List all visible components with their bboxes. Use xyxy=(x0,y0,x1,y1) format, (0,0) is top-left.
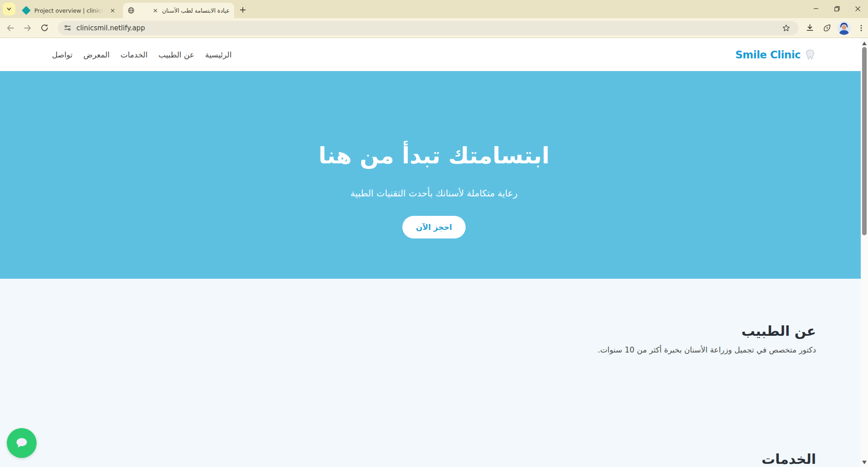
browser-toolbar: clinicsmil.netlify.app xyxy=(0,18,868,38)
close-window-button[interactable] xyxy=(847,0,868,17)
downloads-button[interactable] xyxy=(803,21,816,35)
profile-avatar[interactable] xyxy=(837,21,851,35)
about-doctor-heading: عن الطبيب xyxy=(598,323,816,339)
close-icon xyxy=(855,6,861,12)
back-button[interactable] xyxy=(4,21,17,35)
tab-strip: Project overview | clinicsmil | Ne × × ع… xyxy=(0,0,868,18)
star-icon xyxy=(782,24,791,33)
about-doctor-text: دكتور متخصص في تجميل وزراعة الأسنان بخبر… xyxy=(598,345,816,354)
nav-link-contact[interactable]: تواصل xyxy=(52,50,73,59)
performance-button[interactable] xyxy=(820,21,834,35)
download-icon xyxy=(805,23,815,33)
forward-button[interactable] xyxy=(21,21,34,35)
bookmark-button[interactable] xyxy=(779,21,793,35)
globe-icon xyxy=(127,7,135,14)
reload-icon xyxy=(40,24,49,32)
chat-floating-button[interactable] xyxy=(7,428,37,458)
menu-button[interactable] xyxy=(854,21,868,35)
page-viewport: الرئيسية عن الطبيب الخدمات المعرض تواصل … xyxy=(0,38,868,467)
forward-arrow-icon xyxy=(23,24,32,33)
scrollbar-down-arrow[interactable] xyxy=(862,461,867,464)
restore-button[interactable] xyxy=(826,0,847,17)
site-header: الرئيسية عن الطبيب الخدمات المعرض تواصل … xyxy=(0,38,868,71)
tooth-icon xyxy=(804,49,816,61)
tab-netlify-project[interactable]: Project overview | clinicsmil | Ne × xyxy=(17,3,121,18)
minimize-icon xyxy=(813,6,819,11)
reload-button[interactable] xyxy=(38,21,52,35)
avatar-person-icon xyxy=(837,21,851,35)
services-section: الخدمات xyxy=(762,451,816,467)
tab-clinic-site[interactable]: × عيادة الابتسامة لطب الأسنان xyxy=(123,3,234,18)
services-heading: الخدمات xyxy=(762,451,816,467)
close-icon[interactable]: × xyxy=(108,6,117,14)
book-now-button[interactable]: احجز الآن xyxy=(402,216,466,238)
nav-link-home[interactable]: الرئيسية xyxy=(205,50,232,59)
site-logo[interactable]: Smile Clinic xyxy=(736,49,816,61)
new-tab-button[interactable]: + xyxy=(237,4,249,15)
minimize-button[interactable] xyxy=(806,0,826,17)
nav-link-about-doctor[interactable]: عن الطبيب xyxy=(159,50,194,59)
tab-search-button[interactable] xyxy=(3,3,15,15)
restore-icon xyxy=(834,6,840,12)
leaf-bolt-icon xyxy=(822,23,832,33)
scrollbar-up-arrow[interactable] xyxy=(862,42,867,45)
url-text[interactable]: clinicsmil.netlify.app xyxy=(76,24,779,32)
netlify-diamond-icon xyxy=(22,6,31,15)
tab-title: عيادة الابتسامة لطب الأسنان xyxy=(162,7,230,14)
toolbar-actions xyxy=(803,21,868,35)
kebab-menu-icon xyxy=(857,24,865,32)
address-bar[interactable]: clinicsmil.netlify.app xyxy=(58,21,798,35)
nav-link-services[interactable]: الخدمات xyxy=(120,50,147,59)
scrollbar-thumb[interactable] xyxy=(862,47,867,235)
about-doctor-section: عن الطبيب دكتور متخصص في تجميل وزراعة ال… xyxy=(598,323,816,354)
tab-title: Project overview | clinicsmil | Ne xyxy=(34,7,105,14)
site-logo-text: Smile Clinic xyxy=(736,49,801,61)
nav-link-gallery[interactable]: المعرض xyxy=(84,50,110,59)
hero-title: ابتسامتك تبدأ من هنا xyxy=(318,143,549,169)
site-nav: الرئيسية عن الطبيب الخدمات المعرض تواصل xyxy=(52,50,231,59)
chat-bubble-icon xyxy=(15,437,28,449)
close-icon[interactable]: × xyxy=(151,6,160,14)
hero-subtitle: رعاية متكاملة لأسنانك بأحدث التقنيات الط… xyxy=(350,188,517,199)
chevron-down-icon xyxy=(6,6,12,12)
hero-section: ابتسامتك تبدأ من هنا رعاية متكاملة لأسنا… xyxy=(0,71,868,279)
site-settings-icon xyxy=(63,24,72,32)
page-scrollbar xyxy=(861,38,868,467)
back-arrow-icon xyxy=(6,24,15,33)
window-controls xyxy=(806,0,868,17)
browser-window: Project overview | clinicsmil | Ne × × ع… xyxy=(0,0,868,467)
